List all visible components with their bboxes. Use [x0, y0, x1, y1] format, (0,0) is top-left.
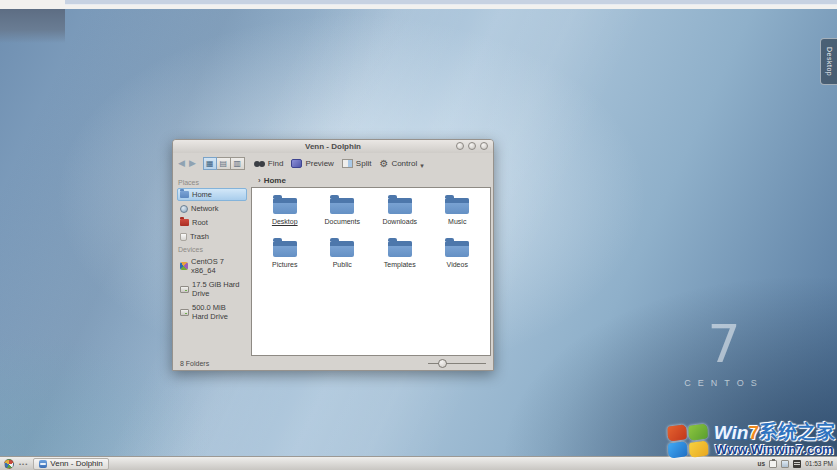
watermark-title: Win7系统之家: [714, 423, 835, 443]
preview-label: Preview: [305, 159, 333, 168]
split-icon: [342, 159, 353, 168]
places-panel: Places Home Network Root Trash Devices C…: [173, 174, 251, 356]
breadcrumb[interactable]: › Home: [251, 174, 493, 187]
folder-icon: [273, 241, 297, 257]
chevron-down-icon: ▾: [420, 162, 424, 170]
folder-pictures[interactable]: Pictures: [257, 241, 313, 268]
sidebar-item-label: CentOS 7 x86_64: [191, 257, 244, 275]
minimize-button[interactable]: [456, 142, 464, 150]
top-edge-accent: [65, 0, 837, 5]
sidebar-item-label: Root: [192, 218, 208, 227]
breadcrumb-arrow-icon: ›: [258, 176, 261, 185]
app-launcher-icon[interactable]: [4, 459, 14, 469]
control-label: Control: [391, 159, 417, 168]
folder-icon: [388, 241, 412, 257]
split-label: Split: [356, 159, 372, 168]
sidebar-item-hdd-17gib[interactable]: 17.5 GiB Hard Drive: [177, 278, 247, 300]
split-button[interactable]: Split: [340, 158, 374, 169]
home-folder-icon: [180, 191, 189, 198]
control-button[interactable]: ⚙ Control ▾: [377, 156, 425, 171]
dolphin-window: Venn - Dolphin ◀ ▶ ▦ ▤ ▥ Find Preview Sp…: [172, 139, 494, 371]
centos-brand: CENTOS: [664, 378, 784, 388]
binoculars-icon: [254, 161, 265, 167]
folder-desktop[interactable]: Desktop: [257, 198, 313, 225]
clock[interactable]: 01:53 PM: [805, 460, 833, 467]
folder-music[interactable]: Music: [429, 198, 485, 225]
centos-seven: 7: [664, 316, 784, 372]
forward-icon[interactable]: ▶: [189, 159, 196, 168]
maximize-button[interactable]: [468, 142, 476, 150]
folder-icon: [330, 198, 354, 214]
sidebar-item-trash[interactable]: Trash: [177, 230, 247, 243]
centos-wallpaper-mark: 7 CENTOS: [664, 316, 784, 388]
folder-icon: [445, 241, 469, 257]
sidebar-item-network[interactable]: Network: [177, 202, 247, 215]
toolbar: ◀ ▶ ▦ ▤ ▥ Find Preview Split ⚙ Control ▾: [173, 153, 493, 174]
folder-templates[interactable]: Templates: [372, 241, 428, 268]
watermark-url: Www.Winwin7.com: [715, 443, 834, 457]
window-title: Venn - Dolphin: [305, 142, 361, 151]
centos-logo-icon: [180, 262, 188, 270]
hard-drive-icon: [180, 286, 189, 293]
hard-drive-icon: [180, 309, 189, 316]
wallpaper-dark-corner: [0, 9, 65, 43]
back-icon[interactable]: ◀: [178, 159, 185, 168]
dolphin-icon: [39, 460, 47, 468]
preview-button[interactable]: Preview: [289, 158, 335, 169]
sidebar-item-label: 17.5 GiB Hard Drive: [192, 280, 244, 298]
places-header: Places: [178, 179, 247, 186]
pager-dots-icon[interactable]: •••: [19, 461, 28, 467]
zoom-slider-track: [428, 363, 486, 364]
status-bar: 8 Folders: [173, 356, 493, 370]
winwin7-watermark: Win7系统之家 Www.Winwin7.com: [668, 423, 835, 461]
sidebar-item-root[interactable]: Root: [177, 216, 247, 229]
desktop-toolbox-label: Desktop: [826, 47, 833, 76]
folder-documents[interactable]: Documents: [314, 198, 370, 225]
zoom-slider-handle[interactable]: [438, 359, 447, 368]
desktop-toolbox-tab[interactable]: Desktop: [820, 38, 837, 85]
zoom-slider[interactable]: [428, 359, 486, 368]
folder-icon: [388, 198, 412, 214]
devices-header: Devices: [178, 246, 247, 253]
windows-flag-logo: [667, 424, 710, 461]
folder-videos[interactable]: Videos: [429, 241, 485, 268]
gear-icon: ⚙: [379, 159, 388, 169]
sidebar-item-label: Trash: [190, 232, 209, 241]
sidebar-item-centos-volume[interactable]: CentOS 7 x86_64: [177, 255, 247, 277]
close-button[interactable]: [480, 142, 488, 150]
folder-downloads[interactable]: Downloads: [372, 198, 428, 225]
folder-public[interactable]: Public: [314, 241, 370, 268]
icons-view-button[interactable]: ▦: [203, 157, 217, 170]
root-folder-icon: [180, 219, 189, 226]
status-summary: 8 Folders: [180, 360, 209, 367]
compact-view-button[interactable]: ▤: [217, 157, 231, 170]
task-label: Venn - Dolphin: [50, 459, 102, 468]
window-titlebar[interactable]: Venn - Dolphin: [173, 140, 493, 153]
sidebar-item-label: 500.0 MiB Hard Drive: [192, 303, 244, 321]
find-button[interactable]: Find: [252, 158, 286, 169]
network-globe-icon: [180, 205, 188, 213]
breadcrumb-home[interactable]: Home: [264, 176, 286, 185]
sidebar-item-label: Home: [192, 190, 212, 199]
sidebar-item-hdd-500mib[interactable]: 500.0 MiB Hard Drive: [177, 301, 247, 323]
folder-icon: [445, 198, 469, 214]
sidebar-item-home[interactable]: Home: [177, 188, 247, 201]
trash-icon: [180, 233, 187, 241]
preview-icon: [291, 159, 302, 168]
folder-view[interactable]: Desktop Documents Downloads Music Pictur…: [251, 187, 491, 356]
folder-icon: [273, 198, 297, 214]
sidebar-item-label: Network: [191, 204, 219, 213]
details-view-button[interactable]: ▥: [231, 157, 245, 170]
folder-icon: [330, 241, 354, 257]
keyboard-layout-indicator[interactable]: us: [758, 460, 766, 467]
top-edge-strip: [0, 0, 837, 9]
find-label: Find: [268, 159, 284, 168]
taskbar-task-dolphin[interactable]: Venn - Dolphin: [33, 458, 108, 470]
